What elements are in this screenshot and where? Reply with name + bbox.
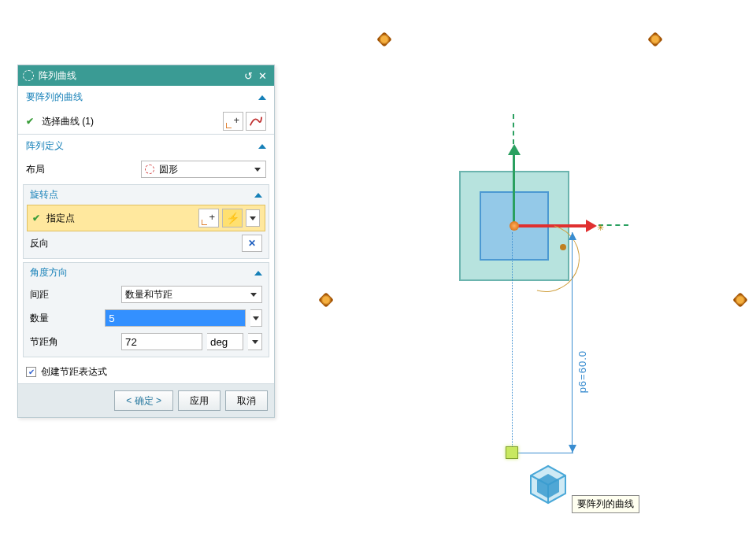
angle-direction-subsection: 角度方向 间距 数量和节距 数量 节距角 xyxy=(23,262,269,357)
checkbox-checked-icon[interactable]: ✔ xyxy=(26,367,36,377)
select-curve-row[interactable]: ✔ 选择曲线 (1) + xyxy=(18,109,274,134)
add-selection-button[interactable]: + xyxy=(223,112,243,131)
origin-point[interactable] xyxy=(510,221,519,231)
check-icon: ✔ xyxy=(26,116,34,127)
chevron-up-icon xyxy=(258,95,266,100)
layout-dropdown[interactable]: 圆形 xyxy=(141,161,266,178)
target-point-marker[interactable] xyxy=(506,446,518,459)
spacing-dropdown[interactable]: 数量和节距 xyxy=(121,286,262,303)
apply-button[interactable]: 应用 xyxy=(178,390,220,411)
section-curve-to-pattern[interactable]: 要阵列的曲线 xyxy=(18,86,274,109)
circular-icon xyxy=(145,165,154,174)
pitch-dropdown-arrow[interactable] xyxy=(248,333,262,350)
reverse-button[interactable]: ✕ xyxy=(242,235,262,252)
y-axis-dash xyxy=(513,114,514,144)
dialog-title: 阵列曲线 xyxy=(39,69,241,83)
section-pattern-def[interactable]: 阵列定义 xyxy=(18,135,274,157)
close-icon[interactable]: ✕ xyxy=(255,68,269,83)
layout-label: 布局 xyxy=(26,163,136,176)
bolt-icon: ⚡ xyxy=(226,212,239,224)
pitch-label: 节距角 xyxy=(30,335,117,349)
dimension-line xyxy=(572,232,573,453)
chevron-up-icon xyxy=(258,144,266,149)
count-dropdown-arrow[interactable] xyxy=(250,309,262,327)
x-marker-icon: ✳ xyxy=(597,223,604,233)
reverse-label: 反向 xyxy=(30,237,49,250)
anchor-icon xyxy=(732,292,748,308)
chevron-up-icon xyxy=(254,193,262,198)
section-label: 阵列定义 xyxy=(26,139,64,153)
dim-arrow-top xyxy=(569,232,576,240)
dimension-label[interactable]: p6=60.0 xyxy=(576,350,588,393)
arc-endpoint xyxy=(560,244,566,250)
create-expression-row[interactable]: ✔ 创建节距表达式 xyxy=(18,361,274,383)
specify-point-label: 指定点 xyxy=(46,212,195,225)
curve-icon-button[interactable] xyxy=(246,112,266,131)
cancel-button[interactable]: 取消 xyxy=(225,390,268,411)
dim-arrow-bottom xyxy=(569,445,576,453)
chevron-up-icon xyxy=(254,271,262,276)
select-curve-label: 选择曲线 (1) xyxy=(42,115,94,128)
pitch-unit[interactable] xyxy=(207,333,243,350)
dialog-titlebar[interactable]: 阵列曲线 ↺ ✕ xyxy=(18,65,274,86)
angle-direction-header[interactable]: 角度方向 xyxy=(24,263,269,283)
sketch-canvas[interactable]: ✳ p6=60.0 要阵列的曲线 xyxy=(457,114,709,508)
point-options-dropdown[interactable] xyxy=(246,209,260,227)
pattern-curve-dialog: 阵列曲线 ↺ ✕ 要阵列的曲线 ✔ 选择曲线 (1) + 阵列定义 布局 圆形 xyxy=(17,65,275,418)
check-icon: ✔ xyxy=(32,213,40,224)
count-label: 数量 xyxy=(30,312,100,325)
anchor-icon xyxy=(318,292,334,308)
dialog-button-row: < 确定 > 应用 取消 xyxy=(18,383,274,417)
rotation-point-header[interactable]: 旋转点 xyxy=(24,185,269,205)
y-arrow-icon xyxy=(508,144,521,155)
dimension-baseline xyxy=(512,453,573,453)
ok-button[interactable]: < 确定 > xyxy=(114,390,173,411)
cursor-tooltip: 要阵列的曲线 xyxy=(572,495,639,513)
create-expression-label: 创建节距表达式 xyxy=(41,365,107,379)
specify-point-row[interactable]: ✔ 指定点 + ⚡ xyxy=(27,205,265,231)
gear-icon xyxy=(23,70,34,81)
cursor-cube-icon xyxy=(524,462,572,509)
rotation-point-subsection: 旋转点 ✔ 指定点 + ⚡ 反向 ✕ xyxy=(23,184,269,259)
pitch-input[interactable] xyxy=(121,333,202,350)
inferred-point-button[interactable]: ⚡ xyxy=(222,209,243,227)
count-input[interactable] xyxy=(105,309,246,327)
point-add-button[interactable]: + xyxy=(198,209,219,227)
dimension-extension xyxy=(512,232,513,453)
section-label: 要阵列的曲线 xyxy=(26,91,83,104)
anchor-icon xyxy=(647,31,663,47)
reset-icon[interactable]: ↺ xyxy=(241,68,255,83)
anchor-icon xyxy=(376,31,392,47)
x-arrow-icon xyxy=(586,220,597,232)
y-axis xyxy=(513,150,515,224)
spacing-label: 间距 xyxy=(30,288,117,301)
